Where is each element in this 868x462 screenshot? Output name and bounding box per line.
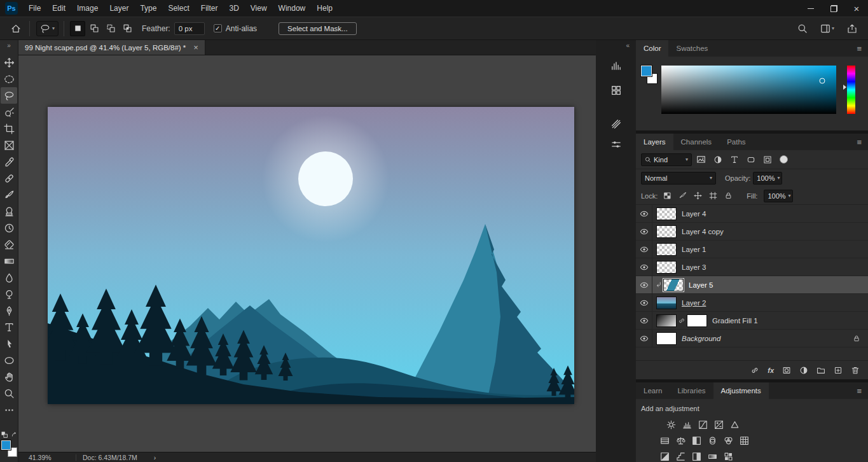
filter-pixel-layers-button[interactable] [694, 153, 708, 167]
blend-mode-dropdown[interactable]: Normal ▾ [641, 172, 716, 185]
spot-healing-brush-tool[interactable] [1, 170, 17, 186]
filter-smart-objects-button[interactable] [760, 153, 775, 167]
path-selection-tool[interactable] [1, 335, 17, 352]
gradient-tool[interactable] [1, 253, 17, 269]
channel-mixer-button[interactable] [722, 435, 734, 446]
blur-tool[interactable] [1, 269, 17, 286]
lock-artboard-button[interactable] [707, 192, 719, 200]
black-white-button[interactable] [691, 435, 702, 446]
menu-filter[interactable]: Filter [195, 0, 224, 17]
search-button[interactable] [794, 20, 811, 37]
layer-thumbnail[interactable] [656, 297, 677, 309]
filter-shape-layers-button[interactable] [743, 153, 758, 167]
delete-layer-icon[interactable] [851, 366, 860, 375]
lasso-tool[interactable] [1, 87, 17, 104]
layer-thumbnail[interactable] [663, 279, 684, 291]
color-lookup-button[interactable] [738, 435, 750, 446]
threshold-button[interactable] [691, 451, 702, 462]
layer-thumbnail[interactable] [656, 261, 677, 274]
layer-style-button[interactable]: fx [768, 367, 774, 374]
menu-3d[interactable]: 3D [223, 0, 244, 17]
saturation-brightness-field[interactable] [661, 66, 836, 114]
collapse-dock-button[interactable]: « [626, 40, 636, 50]
menu-layer[interactable]: Layer [104, 0, 134, 17]
quick-selection-tool[interactable] [1, 104, 17, 120]
layer-row[interactable]: Layer 4 copy [636, 223, 868, 241]
menu-image[interactable]: Image [71, 0, 104, 17]
expand-toolbar-button[interactable]: » [7, 40, 11, 50]
hue-slider[interactable] [847, 66, 855, 114]
visibility-toggle[interactable] [636, 258, 652, 276]
tab-layers[interactable]: Layers [636, 134, 673, 150]
filter-adjustment-layers-button[interactable] [710, 153, 725, 167]
lock-all-button[interactable] [722, 192, 734, 200]
levels-button[interactable] [681, 419, 692, 430]
history-brush-tool[interactable] [1, 220, 17, 236]
visibility-toggle[interactable] [636, 312, 652, 329]
libraries-panel-button[interactable] [606, 81, 626, 100]
layer-thumbnail[interactable] [656, 332, 677, 345]
add-to-selection-button[interactable] [86, 21, 102, 36]
layers-panel-menu-button[interactable]: ≡ [850, 134, 868, 150]
filter-type-layers-button[interactable] [727, 153, 741, 167]
invert-button[interactable] [659, 451, 670, 462]
zoom-tool[interactable] [1, 385, 17, 402]
layer-row[interactable]: Layer 3 [636, 258, 868, 276]
vibrance-button[interactable] [729, 419, 740, 430]
layer-row[interactable]: Layer 2 [636, 294, 868, 312]
foreground-background-swatches[interactable] [1, 440, 17, 457]
edit-toolbar-button[interactable] [1, 402, 17, 418]
status-options-chevron[interactable]: › [154, 454, 156, 461]
tool-preset-picker[interactable]: ▾ [36, 21, 59, 36]
layer-filtering-toggle[interactable] [780, 155, 788, 164]
intersect-selection-button[interactable] [120, 21, 135, 36]
lock-position-button[interactable] [692, 192, 703, 200]
zoom-level-field[interactable]: 41.39% [29, 454, 69, 461]
visibility-toggle[interactable] [636, 223, 652, 240]
fill-dropdown[interactable]: 100% ▾ [764, 190, 793, 202]
canvas-pasteboard[interactable] [18, 55, 596, 452]
hue-saturation-button[interactable] [659, 435, 670, 446]
brush-settings-panel-button[interactable] [606, 115, 626, 134]
lock-pixels-button[interactable] [677, 192, 688, 200]
layer-thumbnail[interactable] [656, 225, 677, 238]
tab-libraries[interactable]: Libraries [670, 382, 713, 399]
document-canvas[interactable] [48, 107, 574, 404]
clone-stamp-tool[interactable] [1, 203, 17, 220]
visibility-toggle[interactable] [636, 205, 652, 222]
close-tab-icon[interactable]: × [193, 43, 198, 52]
default-colors-icon[interactable] [1, 431, 8, 438]
curves-button[interactable] [697, 419, 708, 430]
menu-edit[interactable]: Edit [46, 0, 71, 17]
posterize-button[interactable] [675, 451, 686, 462]
select-and-mask-button[interactable]: Select and Mask... [279, 22, 357, 35]
new-selection-button[interactable] [70, 21, 85, 36]
layer-row[interactable]: Gradient Fill 1 [636, 312, 868, 330]
brightness-contrast-button[interactable] [665, 419, 677, 430]
pen-tool[interactable] [1, 302, 17, 319]
visibility-toggle[interactable] [636, 330, 652, 347]
gradient-map-button[interactable] [706, 451, 718, 462]
layer-mask-thumbnail[interactable] [687, 314, 707, 327]
subtract-from-selection-button[interactable] [103, 21, 118, 36]
exposure-button[interactable] [713, 419, 724, 430]
visibility-toggle[interactable] [636, 294, 652, 311]
color-balance-button[interactable] [675, 435, 686, 446]
layer-row[interactable]: Layer 4 [636, 205, 868, 223]
menu-help[interactable]: Help [311, 0, 338, 17]
tab-adjustments[interactable]: Adjustments [713, 382, 769, 399]
crop-tool[interactable] [1, 120, 17, 137]
filter-kind-dropdown[interactable]: Kind ▾ [641, 153, 692, 166]
visibility-toggle[interactable] [636, 241, 652, 258]
frame-tool[interactable] [1, 137, 17, 153]
eyedropper-tool[interactable] [1, 153, 17, 170]
minimize-button[interactable] [799, 0, 822, 17]
foreground-color-swatch[interactable] [1, 440, 11, 450]
add-layer-mask-icon[interactable] [782, 366, 791, 375]
dodge-tool[interactable] [1, 286, 17, 302]
menu-view[interactable]: View [245, 0, 273, 17]
menu-type[interactable]: Type [134, 0, 162, 17]
type-tool[interactable] [1, 319, 17, 335]
menu-file[interactable]: File [23, 0, 46, 17]
layer-row[interactable]: Layer 1 [636, 241, 868, 258]
